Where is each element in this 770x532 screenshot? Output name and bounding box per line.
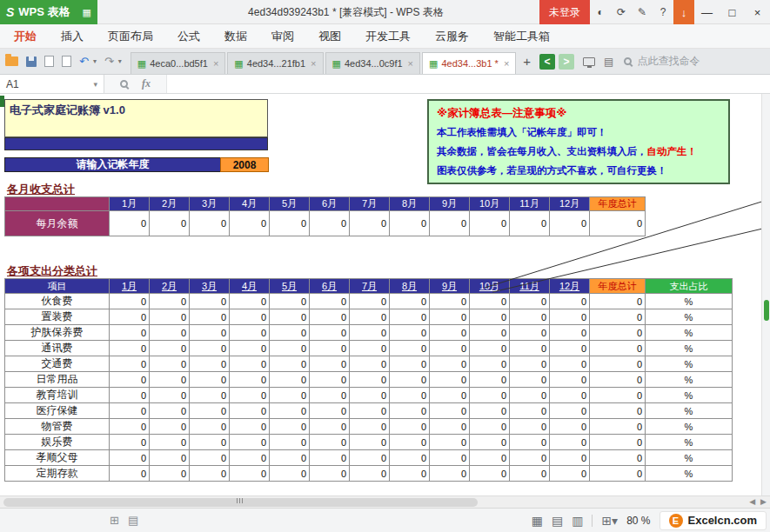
expense-value-cell[interactable]: 0: [390, 419, 430, 435]
tab-close-icon[interactable]: ×: [408, 58, 413, 69]
expense-value-cell[interactable]: 0: [110, 450, 150, 466]
expense-value-cell[interactable]: 0: [270, 403, 310, 419]
month-header-cell[interactable]: 12月: [550, 279, 590, 294]
expense-value-cell[interactable]: 0: [270, 325, 310, 341]
month-header-cell[interactable]: 8月: [390, 279, 430, 294]
expense-value-cell[interactable]: 0: [510, 450, 550, 466]
month-header-cell[interactable]: 2月: [150, 197, 190, 211]
expense-item-name[interactable]: 医疗保健: [5, 403, 110, 419]
monitor-icon[interactable]: [583, 57, 595, 66]
app-menu-button[interactable]: S WPS 表格 ▦: [0, 0, 97, 24]
year-value-cell[interactable]: 2008: [220, 157, 269, 172]
expense-value-cell[interactable]: 0: [470, 325, 510, 341]
expense-value-cell[interactable]: 0: [430, 435, 470, 450]
expense-ratio-cell[interactable]: %: [646, 294, 733, 309]
expense-value-cell[interactable]: 0: [350, 356, 390, 372]
expense-value-cell[interactable]: 0: [110, 372, 150, 388]
menu-item[interactable]: 插入: [61, 29, 84, 44]
expense-value-cell[interactable]: 0: [470, 419, 510, 435]
expense-value-cell[interactable]: 0: [190, 372, 230, 388]
expense-value-cell[interactable]: 0: [310, 309, 350, 325]
name-box-caret-icon[interactable]: ▾: [93, 80, 97, 89]
expense-item-name[interactable]: 护肤保养费: [5, 325, 110, 341]
expense-value-cell[interactable]: 0: [110, 356, 150, 372]
expense-value-cell[interactable]: 0: [510, 403, 550, 419]
balance-annual-cell[interactable]: 0: [590, 211, 646, 236]
page-break-view-icon[interactable]: ▥: [572, 514, 583, 528]
expense-value-cell[interactable]: 0: [470, 450, 510, 466]
expense-annual-cell[interactable]: 0: [590, 294, 646, 309]
month-header-cell[interactable]: 1月: [110, 279, 150, 294]
expense-value-cell[interactable]: 0: [270, 341, 310, 356]
expense-ratio-cell[interactable]: %: [646, 466, 733, 482]
expense-value-cell[interactable]: 0: [390, 372, 430, 388]
expense-value-cell[interactable]: 0: [470, 356, 510, 372]
expense-annual-cell[interactable]: 0: [590, 388, 646, 403]
expense-annual-cell[interactable]: 0: [590, 466, 646, 482]
expense-value-cell[interactable]: 0: [150, 325, 190, 341]
month-header-cell[interactable]: 4月: [230, 197, 270, 211]
expense-value-cell[interactable]: 0: [150, 388, 190, 403]
annual-total-header[interactable]: 年度总计: [590, 197, 646, 211]
expense-ratio-cell[interactable]: %: [646, 403, 733, 419]
expense-annual-cell[interactable]: 0: [590, 450, 646, 466]
expense-value-cell[interactable]: 0: [550, 435, 590, 450]
expense-value-cell[interactable]: 0: [350, 341, 390, 356]
month-header-cell[interactable]: 7月: [350, 279, 390, 294]
expense-value-cell[interactable]: 0: [110, 294, 150, 309]
expense-value-cell[interactable]: 0: [270, 372, 310, 388]
expense-value-cell[interactable]: 0: [310, 356, 350, 372]
expense-value-cell[interactable]: 0: [350, 466, 390, 482]
expense-value-cell[interactable]: 0: [310, 294, 350, 309]
expense-value-cell[interactable]: 0: [110, 419, 150, 435]
open-folder-icon[interactable]: [5, 57, 18, 66]
expense-annual-cell[interactable]: 0: [590, 419, 646, 435]
expense-value-cell[interactable]: 0: [510, 325, 550, 341]
expense-value-cell[interactable]: 0: [510, 309, 550, 325]
monthly-balance-label[interactable]: 每月余额: [5, 211, 110, 236]
annual-total-header[interactable]: 年度总计: [590, 279, 646, 294]
item-column-header[interactable]: 项目: [5, 279, 110, 294]
formula-input[interactable]: [166, 75, 770, 93]
month-header-cell[interactable]: 4月: [230, 279, 270, 294]
menu-item[interactable]: 公式: [177, 29, 200, 44]
month-header-cell[interactable]: 6月: [310, 197, 350, 211]
expense-value-cell[interactable]: 0: [190, 309, 230, 325]
expense-value-cell[interactable]: 0: [350, 435, 390, 450]
balance-value-cell[interactable]: 0: [310, 211, 350, 236]
expense-value-cell[interactable]: 0: [350, 388, 390, 403]
balance-value-cell[interactable]: 0: [510, 211, 550, 236]
expense-value-cell[interactable]: 0: [310, 450, 350, 466]
scroll-grip-icon[interactable]: [237, 498, 247, 503]
expense-value-cell[interactable]: 0: [230, 435, 270, 450]
document-tab[interactable]: ▦4ed34...3b1 *×: [422, 52, 516, 74]
expense-item-name[interactable]: 教育培训: [5, 388, 110, 403]
expense-value-cell[interactable]: 0: [230, 356, 270, 372]
expense-value-cell[interactable]: 0: [190, 341, 230, 356]
expense-annual-cell[interactable]: 0: [590, 372, 646, 388]
expense-annual-cell[interactable]: 0: [590, 403, 646, 419]
balance-value-cell[interactable]: 0: [270, 211, 310, 236]
expense-value-cell[interactable]: 0: [150, 419, 190, 435]
zoom-level[interactable]: 80 %: [626, 515, 650, 527]
expense-value-cell[interactable]: 0: [230, 450, 270, 466]
scroll-left-icon[interactable]: ◀: [749, 497, 755, 506]
expense-value-cell[interactable]: 0: [310, 372, 350, 388]
expense-value-cell[interactable]: 0: [190, 419, 230, 435]
vertical-scroll-thumb[interactable]: [764, 300, 769, 321]
expense-value-cell[interactable]: 0: [550, 388, 590, 403]
expense-value-cell[interactable]: 0: [270, 450, 310, 466]
expense-value-cell[interactable]: 0: [550, 294, 590, 309]
expense-value-cell[interactable]: 0: [230, 403, 270, 419]
expense-value-cell[interactable]: 0: [230, 325, 270, 341]
expense-value-cell[interactable]: 0: [510, 372, 550, 388]
expense-value-cell[interactable]: 0: [550, 466, 590, 482]
expense-value-cell[interactable]: 0: [430, 325, 470, 341]
expense-value-cell[interactable]: 0: [190, 403, 230, 419]
expense-item-name[interactable]: 置装费: [5, 309, 110, 325]
expense-value-cell[interactable]: 0: [190, 450, 230, 466]
expense-value-cell[interactable]: 0: [150, 466, 190, 482]
expense-value-cell[interactable]: 0: [270, 419, 310, 435]
expense-value-cell[interactable]: 0: [470, 372, 510, 388]
expense-annual-cell[interactable]: 0: [590, 356, 646, 372]
